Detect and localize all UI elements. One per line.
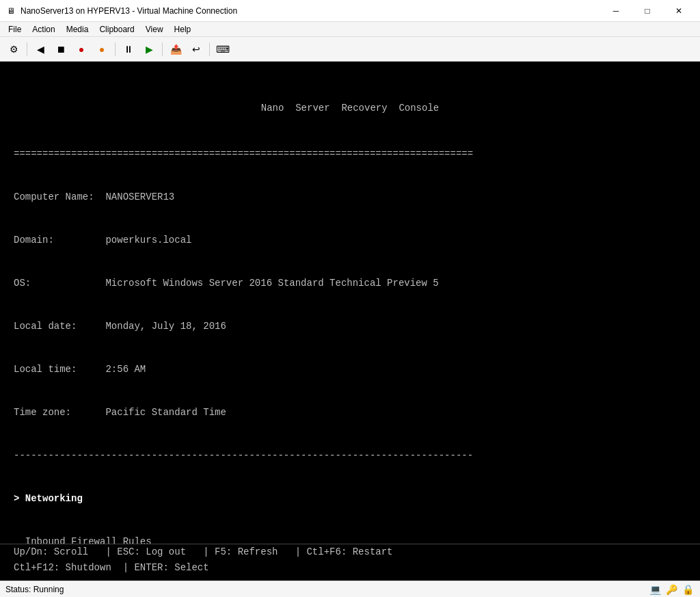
stop-icon[interactable]: ⏹: [51, 40, 70, 59]
menu-file[interactable]: File: [3, 23, 27, 36]
value-domain: powerkurs.local: [105, 235, 191, 246]
field-domain: Domain: powerkurs.local: [14, 233, 686, 248]
minimize-button[interactable]: ─: [600, 0, 632, 22]
status-icon-key: 🔑: [664, 583, 678, 596]
send-icon[interactable]: 📤: [166, 40, 185, 59]
label-os: OS:: [14, 278, 94, 289]
status-icon-lock: 🔒: [681, 583, 695, 596]
back-icon[interactable]: ◀: [31, 40, 50, 59]
field-timezone: Time zone: Pacific Standard Time: [14, 406, 686, 420]
console-area[interactable]: Nano Server Recovery Console ===========…: [0, 62, 700, 581]
footer-line-2: Ctl+F12: Shutdown | ENTER: Select: [14, 560, 686, 575]
play-icon[interactable]: ▶: [139, 40, 159, 59]
menu-networking[interactable]: > Networking: [14, 492, 686, 506]
field-localtime: Local time: 2:56 AM: [14, 362, 686, 377]
separator-dash: ----------------------------------------…: [14, 449, 686, 463]
toolbar-sep-4: [209, 42, 210, 56]
value-localdate: Monday, July 18, 2016: [105, 321, 226, 332]
field-computer-name: Computer Name: NANOSERVER13: [14, 190, 686, 204]
menu-inbound-firewall[interactable]: Inbound Firewall Rules: [14, 535, 686, 544]
app-icon: 🖥: [5, 5, 16, 16]
menu-clipboard[interactable]: Clipboard: [94, 23, 139, 36]
label-domain: Domain:: [14, 235, 94, 246]
toolbar-sep-1: [27, 42, 27, 56]
undo-icon[interactable]: ↩: [187, 40, 206, 59]
label-localdate: Local date:: [14, 321, 94, 332]
label-computer: Computer Name:: [14, 191, 94, 202]
status-icon-laptop: 💻: [648, 583, 662, 596]
value-timezone: Pacific Standard Time: [105, 407, 226, 418]
field-os: OS: Microsoft Windows Server 2016 Standa…: [14, 276, 686, 291]
toolbar-sep-3: [162, 42, 163, 56]
menu-help[interactable]: Help: [169, 23, 197, 36]
menu-action[interactable]: Action: [27, 23, 60, 36]
window-controls: ─ □ ✕: [600, 0, 695, 22]
menu-bar: File Action Media Clipboard View Help: [0, 22, 700, 37]
menu-view[interactable]: View: [140, 23, 169, 36]
console-title: Nano Server Recovery Console: [14, 101, 686, 116]
title-bar: 🖥 NanoServer13 on HYPERV13 - Virtual Mac…: [0, 0, 700, 22]
menu-media[interactable]: Media: [61, 23, 94, 36]
label-localtime: Local time:: [14, 364, 94, 375]
status-icons: 💻 🔑 🔒: [648, 583, 695, 596]
value-computer: NANOSERVER13: [105, 191, 174, 202]
footer-line-1: Up/Dn: Scroll | ESC: Log out | F5: Refre…: [14, 544, 686, 559]
close-button[interactable]: ✕: [663, 0, 695, 22]
pause-icon[interactable]: ⏸: [119, 40, 138, 59]
value-os: Microsoft Windows Server 2016 Standard T…: [105, 278, 438, 289]
toolbar: ⚙ ◀ ⏹ ● ● ⏸ ▶ 📤 ↩ ⌨: [0, 37, 700, 62]
power-red-icon[interactable]: ●: [72, 40, 91, 59]
status-text: Status: Running: [5, 585, 648, 594]
power-orange-icon[interactable]: ●: [92, 40, 111, 59]
value-localtime: 2:56 AM: [105, 364, 146, 375]
keyboard-icon[interactable]: ⌨: [213, 40, 232, 59]
settings-icon[interactable]: ⚙: [4, 40, 23, 59]
separator-eq: ========================================…: [14, 147, 686, 161]
console-output: Nano Server Recovery Console ===========…: [0, 62, 700, 544]
label-timezone: Time zone:: [14, 407, 94, 418]
status-bar: Status: Running 💻 🔑 🔒: [0, 581, 700, 597]
toolbar-sep-2: [115, 42, 116, 56]
maximize-button[interactable]: □: [632, 0, 663, 22]
window-title: NanoServer13 on HYPERV13 - Virtual Machi…: [21, 6, 600, 16]
field-localdate: Local date: Monday, July 18, 2016: [14, 319, 686, 334]
